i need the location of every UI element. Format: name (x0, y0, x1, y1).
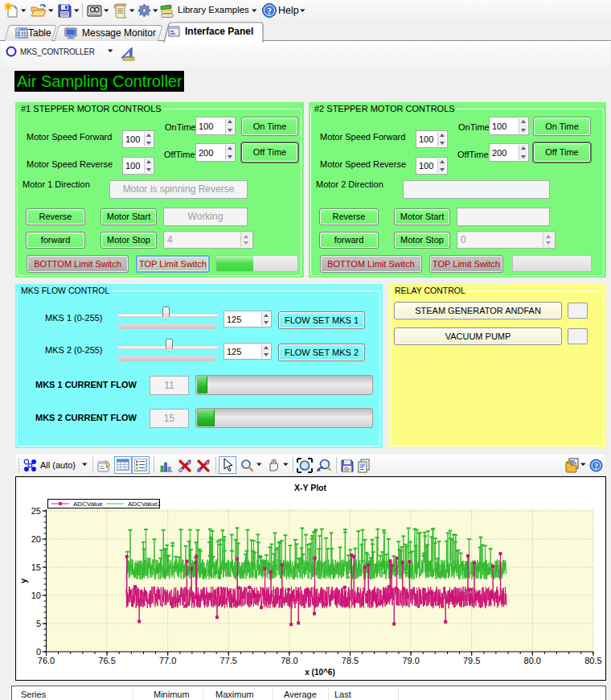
svg-text:25: 25 (31, 506, 41, 516)
svg-text:15: 15 (31, 562, 41, 572)
svg-text:80.0: 80.0 (524, 656, 541, 665)
svg-text:80.5: 80.5 (584, 656, 601, 665)
svg-text:77.0: 77.0 (159, 656, 176, 665)
svg-text:0: 0 (36, 647, 41, 657)
svg-text:x (10^6): x (10^6) (305, 668, 335, 677)
svg-text:20: 20 (31, 534, 41, 544)
svg-text:5: 5 (36, 619, 41, 628)
svg-text:77.5: 77.5 (220, 656, 237, 665)
svg-text:78.0: 78.0 (281, 656, 297, 665)
svg-text:10: 10 (31, 591, 41, 600)
svg-text:76.5: 76.5 (98, 656, 115, 665)
svg-text:y: y (18, 578, 28, 583)
svg-text:ADCValue2: ADCValue2 (128, 500, 159, 508)
svg-text:ADCValue: ADCValue (73, 500, 103, 508)
svg-text:78.5: 78.5 (342, 656, 359, 665)
svg-text:79.5: 79.5 (463, 656, 480, 665)
svg-text:76.0: 76.0 (38, 656, 55, 665)
svg-text:79.0: 79.0 (402, 656, 419, 665)
